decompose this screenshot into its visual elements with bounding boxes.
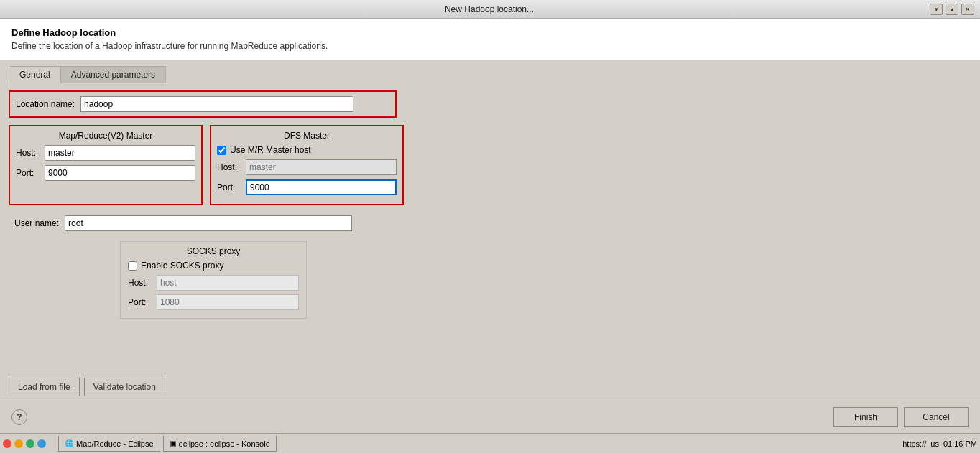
username-input[interactable] bbox=[65, 215, 352, 231]
validate-location-button[interactable]: Validate location bbox=[84, 378, 165, 396]
dialog-content: Location name: Map/Reduce(V2) Master Hos… bbox=[0, 83, 980, 373]
socks-port-label: Port: bbox=[128, 297, 157, 307]
socks-title: SOCKS proxy bbox=[128, 246, 299, 256]
dfs-checkbox-label: Use M/R Master host bbox=[230, 145, 311, 155]
taskbar-url: https:// bbox=[902, 439, 926, 448]
taskbar-locale: us bbox=[930, 439, 939, 448]
socks-checkbox-row: Enable SOCKS proxy bbox=[128, 261, 299, 271]
taskbar-eclipse-btn[interactable]: 🌐 Map/Reduce - Eclipse bbox=[58, 436, 160, 452]
window-controls: ▾ ▴ ✕ bbox=[930, 4, 974, 15]
title-bar: New Hadoop location... ▾ ▴ ✕ bbox=[0, 0, 980, 19]
mr-port-input[interactable] bbox=[45, 165, 195, 181]
dfs-port-input[interactable] bbox=[246, 179, 397, 195]
taskbar-eclipse-label: Map/Reduce - Eclipse bbox=[76, 439, 154, 448]
dfs-host-label: Host: bbox=[217, 162, 246, 172]
mr-port-label: Port: bbox=[16, 168, 45, 178]
taskbar-separator-1 bbox=[52, 436, 52, 451]
cancel-button[interactable]: Cancel bbox=[904, 407, 969, 427]
mr-master-panel: Map/Reduce(V2) Master Host: Port: bbox=[9, 125, 203, 205]
location-name-input[interactable] bbox=[80, 96, 353, 112]
dialog: Define Hadoop location Define the locati… bbox=[0, 19, 980, 433]
taskbar-right: https:// us 01:16 PM bbox=[902, 439, 977, 448]
maximize-button[interactable]: ▴ bbox=[946, 4, 958, 15]
bottom-button-row: Load from file Validate location bbox=[0, 373, 980, 401]
footer-right-buttons: Finish Cancel bbox=[833, 407, 969, 427]
finish-button[interactable]: Finish bbox=[833, 407, 898, 427]
location-name-label: Location name: bbox=[16, 99, 75, 109]
dfs-checkbox-row: Use M/R Master host bbox=[217, 145, 397, 155]
mr-host-row: Host: bbox=[16, 145, 195, 161]
close-button[interactable]: ✕ bbox=[961, 4, 974, 15]
taskbar-konsole-label: eclipse : eclipse - Konsole bbox=[179, 439, 270, 448]
dialog-title: New Hadoop location... bbox=[49, 4, 930, 14]
socks-checkbox-label: Enable SOCKS proxy bbox=[141, 261, 223, 271]
dfs-port-row: Port: bbox=[217, 179, 397, 195]
username-label: User name: bbox=[14, 218, 59, 228]
dialog-header-title: Define Hadoop location bbox=[11, 27, 969, 38]
load-from-file-button[interactable]: Load from file bbox=[9, 378, 80, 396]
location-name-row: Location name: bbox=[9, 90, 397, 118]
tab-advanced[interactable]: Advanced parameters bbox=[60, 66, 166, 83]
taskbar-konsole-btn[interactable]: ▣ eclipse : eclipse - Konsole bbox=[163, 436, 277, 452]
minimize-button[interactable]: ▾ bbox=[930, 4, 943, 15]
mr-host-input[interactable] bbox=[45, 145, 195, 161]
dialog-header-description: Define the location of a Hadoop infrastr… bbox=[11, 41, 969, 51]
dfs-use-mr-host-checkbox[interactable] bbox=[217, 146, 226, 155]
tabs-container: General Advanced parameters bbox=[0, 60, 980, 83]
footer: ? Finish Cancel bbox=[0, 401, 980, 433]
dfs-host-input[interactable] bbox=[246, 159, 397, 175]
username-row: User name: bbox=[9, 213, 971, 234]
dfs-host-row: Host: bbox=[217, 159, 397, 175]
help-button[interactable]: ? bbox=[11, 409, 27, 425]
taskbar: 🌐 Map/Reduce - Eclipse ▣ eclipse : eclip… bbox=[0, 433, 980, 453]
socks-panel: SOCKS proxy Enable SOCKS proxy Host: Por… bbox=[120, 241, 307, 319]
taskbar-dot-green bbox=[26, 439, 34, 448]
dfs-port-label: Port: bbox=[217, 182, 246, 192]
tab-general[interactable]: General bbox=[9, 66, 61, 83]
taskbar-time: 01:16 PM bbox=[943, 439, 977, 448]
taskbar-dot-red bbox=[3, 439, 11, 448]
masters-row: Map/Reduce(V2) Master Host: Port: DFS Ma… bbox=[9, 125, 971, 205]
taskbar-dot-blue bbox=[37, 439, 46, 448]
dialog-header: Define Hadoop location Define the locati… bbox=[0, 19, 980, 60]
mr-host-label: Host: bbox=[16, 148, 45, 158]
mr-master-title: Map/Reduce(V2) Master bbox=[16, 131, 195, 141]
socks-port-row: Port: bbox=[128, 294, 299, 310]
socks-host-label: Host: bbox=[128, 278, 157, 288]
socks-host-input[interactable] bbox=[157, 275, 299, 291]
socks-enable-checkbox[interactable] bbox=[128, 261, 137, 271]
dfs-master-panel: DFS Master Use M/R Master host Host: Por… bbox=[210, 125, 404, 205]
tab-list: General Advanced parameters bbox=[9, 66, 971, 83]
taskbar-dot-orange bbox=[14, 439, 23, 448]
dfs-master-title: DFS Master bbox=[217, 131, 397, 141]
socks-host-row: Host: bbox=[128, 275, 299, 291]
mr-port-row: Port: bbox=[16, 165, 195, 181]
socks-port-input[interactable] bbox=[157, 294, 299, 310]
taskbar-apps bbox=[3, 439, 46, 448]
